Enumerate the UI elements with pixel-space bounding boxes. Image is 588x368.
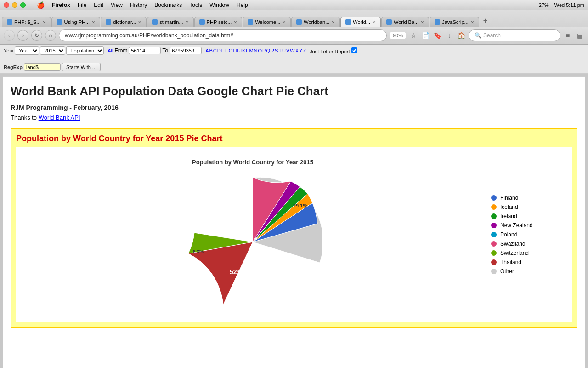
- legend-item-poland: Poland: [491, 231, 565, 238]
- menu-bar: 🍎 Firefox File Edit View History Bookmar…: [0, 0, 588, 10]
- letter-link-Z[interactable]: Z: [303, 48, 306, 53]
- tab-close-4[interactable]: ✕: [233, 20, 237, 25]
- maximize-button[interactable]: [20, 2, 26, 8]
- tab-close-7[interactable]: ✕: [372, 20, 376, 25]
- range-group: All From To: [107, 47, 202, 54]
- tab-6[interactable]: Worldban... ✕: [291, 17, 340, 27]
- forward-button[interactable]: ›: [17, 30, 28, 41]
- back-button[interactable]: ‹: [4, 30, 15, 41]
- home-button[interactable]: ⌂: [45, 30, 56, 41]
- search-bar[interactable]: 🔍 Search: [469, 29, 560, 41]
- tab-2[interactable]: dictionar... ✕: [101, 17, 147, 27]
- letter-link-R[interactable]: R: [271, 48, 274, 53]
- apple-menu[interactable]: 🍎: [37, 1, 45, 9]
- pocket-icon[interactable]: 🔖: [433, 31, 442, 40]
- data-type-select[interactable]: Population: [66, 46, 104, 55]
- letter-link-J[interactable]: J: [239, 48, 242, 53]
- letter-link-C[interactable]: C: [213, 48, 217, 53]
- tab-close-6[interactable]: ✕: [331, 20, 335, 25]
- starts-with-button[interactable]: Starts With ...: [62, 63, 101, 71]
- tab-8[interactable]: World Ba... ✕: [381, 17, 429, 27]
- letter-link-M[interactable]: M: [249, 48, 253, 53]
- legend-label-other: Other: [500, 268, 514, 275]
- bookmark-star-icon[interactable]: ☆: [409, 31, 418, 40]
- letter-link-O[interactable]: O: [258, 48, 262, 53]
- letter-link-V[interactable]: V: [286, 48, 289, 53]
- worldbank-api-link[interactable]: World Bank API: [39, 114, 80, 121]
- home-nav-icon[interactable]: 🏠: [457, 31, 466, 40]
- legend-label-switzerland: Switzerland: [500, 250, 529, 256]
- menu-history[interactable]: History: [130, 2, 147, 8]
- tab-4[interactable]: PHP setc... ✕: [194, 17, 243, 27]
- tab-3[interactable]: st martin... ✕: [147, 17, 193, 27]
- thanks-line: Thanks to World Bank API: [11, 114, 577, 121]
- tab-close-2[interactable]: ✕: [138, 20, 141, 25]
- tab-close-8[interactable]: ✕: [420, 20, 424, 25]
- traffic-lights: [4, 2, 26, 8]
- tab-favicon-6: [296, 19, 302, 25]
- letter-link-P[interactable]: P: [262, 48, 266, 53]
- app-name[interactable]: Firefox: [52, 2, 70, 8]
- tab-close-9[interactable]: ✕: [470, 20, 474, 25]
- regex-input[interactable]: [24, 63, 61, 71]
- letter-link-D[interactable]: D: [217, 48, 221, 53]
- letter-link-K[interactable]: K: [242, 48, 245, 53]
- all-link[interactable]: All: [107, 48, 113, 53]
- letter-link-G[interactable]: G: [229, 48, 233, 53]
- from-input[interactable]: [129, 47, 161, 54]
- menu-help[interactable]: Help: [237, 2, 248, 8]
- subtitle: RJM Programming - February, 2016: [11, 104, 577, 111]
- new-tab-button[interactable]: +: [480, 15, 491, 27]
- just-letter-checkbox[interactable]: [351, 47, 357, 53]
- download-icon[interactable]: ↓: [445, 31, 454, 40]
- menu-bookmarks[interactable]: Bookmarks: [154, 2, 182, 8]
- tab-favicon-1: [57, 19, 62, 25]
- to-label: To: [162, 47, 168, 54]
- year-select[interactable]: 2015: [40, 46, 65, 55]
- legend-item-finland: Finland: [491, 195, 565, 201]
- tab-close-1[interactable]: ✕: [91, 20, 95, 25]
- letter-link-S[interactable]: S: [275, 48, 278, 53]
- url-bar[interactable]: www.rjmprogramming.com.au/PHP/worldbank_…: [59, 29, 387, 41]
- letter-link-Q[interactable]: Q: [266, 48, 270, 53]
- close-button[interactable]: [4, 2, 9, 8]
- letter-link-W[interactable]: W: [290, 48, 294, 53]
- tab-0[interactable]: PHP: $_S... ✕: [2, 17, 51, 27]
- tab-1[interactable]: Using PH... ✕: [51, 17, 100, 27]
- letter-link-A[interactable]: A: [205, 48, 209, 53]
- to-input[interactable]: [170, 47, 202, 54]
- letter-link-Y[interactable]: Y: [299, 48, 302, 53]
- tab-close-0[interactable]: ✕: [42, 20, 46, 25]
- letter-link-H[interactable]: H: [233, 48, 237, 53]
- letter-link-U[interactable]: U: [282, 48, 286, 53]
- letter-link-I[interactable]: I: [237, 48, 238, 53]
- letter-link-T[interactable]: T: [278, 48, 282, 53]
- letter-link-F[interactable]: F: [225, 48, 228, 53]
- pie-chart-svg: 52% 29.1% 6.3%: [184, 173, 322, 311]
- menu-edit[interactable]: Edit: [94, 2, 103, 8]
- menu-view[interactable]: View: [111, 2, 123, 8]
- letter-link-X[interactable]: X: [295, 48, 299, 53]
- tab-9[interactable]: JavaScrip... ✕: [430, 17, 479, 27]
- tab-close-3[interactable]: ✕: [185, 20, 189, 25]
- just-letter-label: Just Letter Report: [310, 47, 357, 54]
- tab-close-5[interactable]: ✕: [282, 20, 286, 25]
- letter-link-N[interactable]: N: [254, 48, 258, 53]
- menu-tools[interactable]: Tools: [189, 2, 202, 8]
- tab-7[interactable]: World... ✕: [340, 17, 381, 27]
- reload-button[interactable]: ↻: [31, 30, 42, 41]
- letter-link-L[interactable]: L: [246, 48, 249, 53]
- reader-view-icon[interactable]: 📄: [421, 31, 430, 40]
- menu-icon[interactable]: ≡: [563, 31, 572, 40]
- field-select[interactable]: Year: [15, 46, 39, 55]
- minimize-button[interactable]: [12, 2, 17, 8]
- tab-favicon-0: [7, 19, 12, 25]
- sidebar-icon[interactable]: ▤: [575, 31, 584, 40]
- legend-color-swaziland: [491, 241, 497, 247]
- letter-link-B[interactable]: B: [209, 48, 213, 53]
- letter-link-E[interactable]: E: [221, 48, 225, 53]
- tab-5[interactable]: Welcome... ✕: [243, 17, 291, 27]
- menu-file[interactable]: File: [78, 2, 86, 8]
- legend-item-new-zealand: New Zealand: [491, 222, 565, 229]
- menu-window[interactable]: Window: [209, 2, 229, 8]
